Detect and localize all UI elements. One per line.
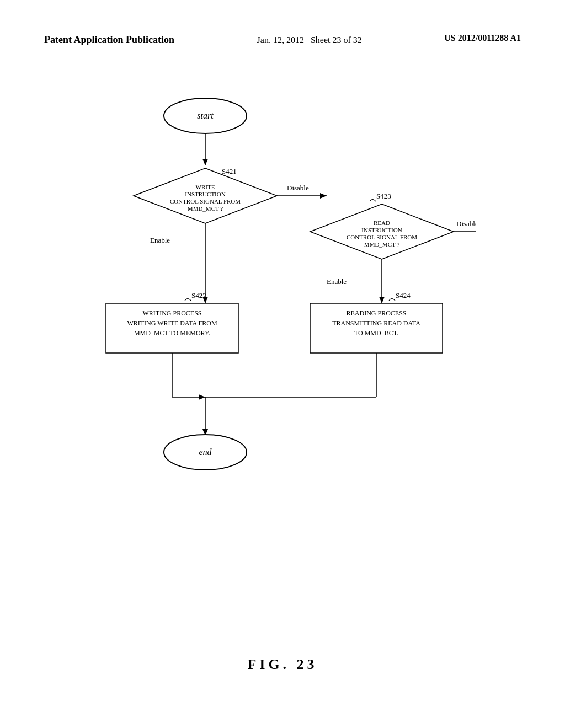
svg-text:CONTROL SIGNAL FROM: CONTROL SIGNAL FROM [170,198,241,205]
svg-marker-30 [379,297,385,303]
svg-text:INSTRUCTION: INSTRUCTION [361,227,402,233]
svg-text:MMD_MCT ?: MMD_MCT ? [364,241,399,248]
patent-number: US 2012/0011288 A1 [444,33,521,43]
svg-text:S422: S422 [191,291,206,299]
page-header: Patent Application Publication Jan. 12, … [0,33,565,47]
svg-text:Enable: Enable [327,277,347,286]
svg-text:S421: S421 [222,167,237,175]
svg-text:MMD_MCT ?: MMD_MCT ? [188,205,223,212]
svg-marker-3 [202,159,208,165]
svg-text:CONTROL SIGNAL FROM: CONTROL SIGNAL FROM [347,234,417,240]
svg-text:Enable: Enable [150,236,170,244]
figure-label: FIG. 23 [247,656,317,673]
svg-text:TRANSMITTING READ DATA: TRANSMITTING READ DATA [332,319,420,327]
publication-title: Patent Application Publication [44,33,174,47]
svg-text:S423: S423 [376,192,391,200]
svg-text:WRITING WRITE DATA FROM: WRITING WRITE DATA FROM [127,319,217,327]
header-date-sheet: Jan. 12, 2012 Sheet 23 of 32 [257,33,362,47]
flowchart-diagram: start S421 WRITE INSTRUCTION CONTROL SIG… [89,88,476,485]
svg-text:Disable: Disable [456,220,476,228]
svg-text:MMD_MCT TO MEMORY.: MMD_MCT TO MEMORY. [134,329,210,337]
svg-marker-39 [199,394,205,400]
svg-text:Disable: Disable [287,184,309,192]
svg-text:TO MMD_BCT.: TO MMD_BCT. [354,329,398,337]
svg-text:WRITING PROCESS: WRITING PROCESS [142,309,201,317]
svg-marker-11 [320,193,327,199]
svg-text:end: end [199,447,212,457]
svg-text:S424: S424 [396,291,411,299]
svg-text:start: start [197,111,214,120]
svg-text:WRITE: WRITE [196,184,215,190]
svg-text:READING PROCESS: READING PROCESS [346,309,406,317]
svg-text:READ: READ [374,220,390,226]
svg-text:INSTRUCTION: INSTRUCTION [185,191,225,197]
